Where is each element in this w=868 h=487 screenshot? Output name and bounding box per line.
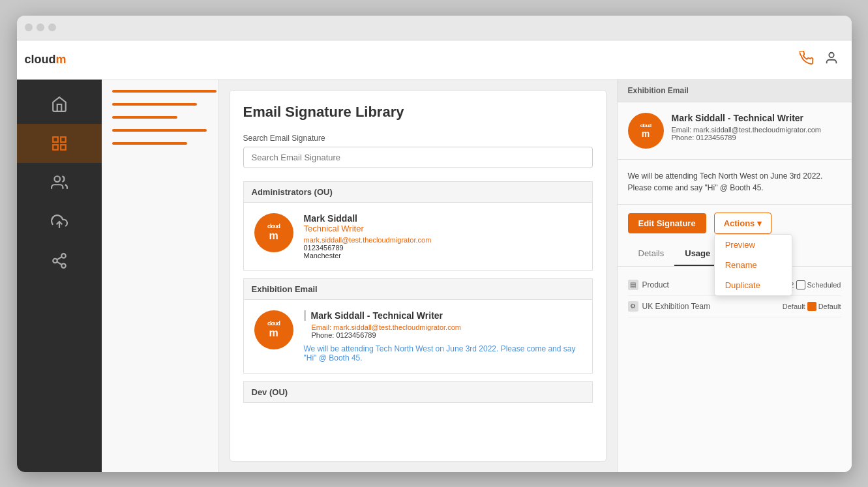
svg-point-4	[54, 176, 60, 182]
preview-name: Mark Siddall - Technical Writer	[672, 113, 841, 123]
svg-rect-2	[61, 145, 66, 150]
exhibition-sig-name: Mark Siddall - Technical Writer	[304, 310, 582, 321]
sidebar-item-users[interactable]	[17, 163, 102, 202]
sidebar: cloudm	[17, 40, 102, 472]
avatar-administrators: cloud m	[254, 213, 293, 252]
svg-line-9	[57, 261, 61, 264]
skeleton-line-4	[112, 129, 207, 132]
sig-location: Manchester	[304, 252, 582, 259]
tab-details[interactable]: Details	[628, 242, 675, 266]
default-badge: Default Default	[783, 302, 841, 311]
sig-email: mark.siddall@test.thecloudmigrator.com	[304, 236, 582, 244]
usage-product-text: Product	[642, 280, 669, 289]
svg-rect-1	[61, 137, 66, 142]
actions-button[interactable]: Actions ▾	[714, 213, 772, 234]
product-icon: ▤	[628, 280, 638, 290]
group-dev: Dev (OU)	[243, 381, 593, 403]
group-header-administrators: Administrators (OU)	[243, 181, 593, 203]
preview-header: Exhibition Email	[618, 80, 852, 102]
dot-close[interactable]	[25, 23, 33, 31]
actions-row: Edit Signature Actions ▾ Preview Rename …	[618, 205, 852, 242]
logo-text: cloudm	[25, 53, 67, 66]
library-panel: Email Signature Library Search Email Sig…	[230, 90, 606, 462]
exhibition-sig-email: Email: mark.siddall@test.thecloudmigrato…	[304, 323, 582, 331]
scheduled-label: Scheduled	[807, 281, 841, 289]
default-label: Default	[818, 303, 841, 310]
skeleton-line-1	[112, 90, 217, 93]
main-area: Email Signature Library Search Email Sig…	[102, 40, 852, 472]
signature-card-mark[interactable]: cloud m Mark Siddall Technical Writer ma…	[243, 203, 593, 271]
users-icon	[51, 174, 68, 191]
team-icon: ⚙	[628, 301, 638, 312]
phone-icon[interactable]	[800, 51, 814, 68]
exhibition-sig-phone: Phone: 0123456789	[304, 331, 582, 339]
svg-point-6	[61, 254, 66, 258]
home-icon	[51, 96, 68, 113]
signature-info-mark: Mark Siddall Technical Writer mark.sidda…	[304, 213, 582, 259]
svg-line-10	[57, 257, 61, 259]
svg-rect-0	[53, 137, 58, 142]
preview-message: We will be attending Tech North West on …	[618, 160, 852, 205]
browser-titlebar	[17, 16, 852, 40]
sig-name: Mark Siddall	[304, 213, 582, 224]
usage-label-product: ▤ Product	[628, 280, 669, 290]
svg-rect-3	[53, 145, 58, 150]
left-panel	[102, 80, 219, 472]
scheduled-check-icon	[796, 280, 805, 289]
sig-title: Technical Writer	[304, 224, 582, 233]
dot-minimize[interactable]	[37, 23, 44, 31]
group-exhibition: Exhibition Email cloud m Mark Siddall - …	[243, 278, 593, 374]
dropdown-preview[interactable]: Preview	[715, 235, 792, 255]
skeleton-line-3	[112, 116, 177, 119]
sidebar-item-upload[interactable]	[17, 202, 102, 241]
right-panel: Exhibition Email cloud m Mark Siddall - …	[617, 80, 852, 472]
library-title: Email Signature Library	[243, 104, 593, 121]
chevron-down-icon: ▾	[757, 218, 762, 228]
preview-phone: Phone: 0123456789	[672, 134, 841, 141]
content-body: Email Signature Library Search Email Sig…	[102, 80, 852, 472]
svg-point-7	[53, 258, 57, 263]
dropdown-duplicate[interactable]: Duplicate	[715, 275, 792, 295]
sidebar-nav	[17, 80, 102, 280]
upload-icon	[51, 213, 68, 230]
exhibition-sig-message: We will be attending Tech North West on …	[304, 344, 582, 362]
group-header-exhibition: Exhibition Email	[243, 278, 593, 300]
assignment-text: Default	[783, 303, 805, 310]
exhibition-body: Mark Siddall - Technical Writer Email: m…	[304, 310, 582, 362]
usage-label-team: ⚙ UK Exhibition Team	[628, 301, 711, 312]
skeleton-line-2	[112, 103, 197, 106]
usage-row-team: ⚙ UK Exhibition Team Default Default	[628, 296, 841, 317]
actions-container: Actions ▾ Preview Rename Duplicate	[714, 213, 772, 234]
sidebar-item-home[interactable]	[17, 85, 102, 124]
search-input[interactable]	[243, 147, 593, 168]
svg-point-8	[61, 263, 66, 268]
preview-email: Email: mark.siddall@test.thecloudmigrato…	[672, 126, 841, 134]
edit-signature-button[interactable]: Edit Signature	[628, 213, 706, 233]
dropdown-rename[interactable]: Rename	[715, 255, 792, 275]
exhibition-card[interactable]: cloud m Mark Siddall - Technical Writer …	[243, 300, 593, 374]
dot-maximize[interactable]	[48, 23, 56, 31]
sidebar-item-share[interactable]	[17, 241, 102, 280]
group-header-dev: Dev (OU)	[243, 381, 593, 403]
svg-point-11	[829, 53, 833, 57]
search-label: Search Email Signature	[243, 134, 593, 143]
sidebar-logo: cloudm	[17, 40, 102, 80]
cal-icon	[807, 302, 816, 311]
sidebar-item-dashboard[interactable]	[17, 124, 102, 163]
sig-phone: 0123456789	[304, 244, 582, 252]
user-icon[interactable]	[824, 51, 839, 68]
group-administrators: Administrators (OU) cloud m Mark Siddall	[243, 181, 593, 271]
browser-dots	[25, 23, 56, 31]
skeleton-line-5	[112, 142, 187, 145]
actions-label: Actions	[724, 218, 755, 228]
actions-dropdown: Preview Rename Duplicate	[714, 234, 792, 296]
usage-team-text: UK Exhibition Team	[642, 302, 711, 311]
avatar-exhibition: cloud m	[254, 310, 293, 349]
preview-content: cloud m Mark Siddall - Technical Writer …	[618, 102, 852, 160]
chart-icon	[51, 135, 68, 152]
top-bar	[102, 40, 852, 80]
preview-avatar: cloud m	[628, 113, 664, 149]
preview-info: Mark Siddall - Technical Writer Email: m…	[672, 113, 841, 149]
share-icon	[51, 252, 68, 269]
